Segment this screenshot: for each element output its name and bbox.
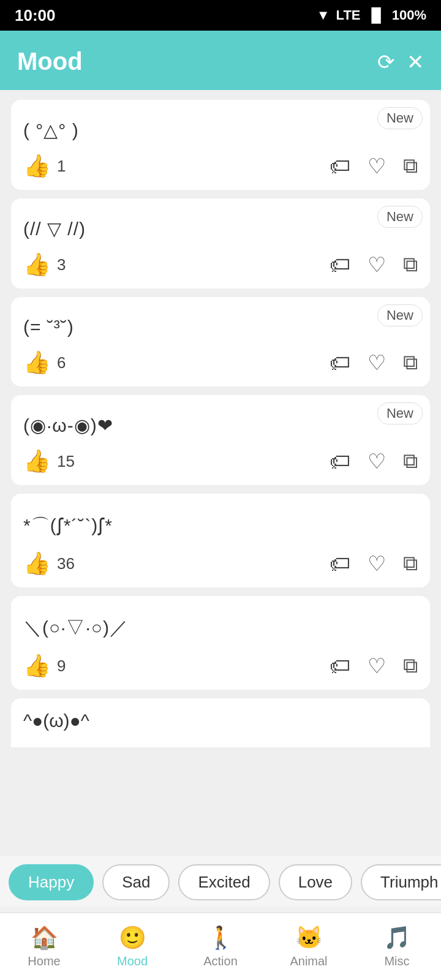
home-icon: 🏠 [31,925,58,951]
copy-icon-2[interactable]: ⧉ [403,252,418,277]
card-icon-group-6: 🏷 ♡ ⧉ [330,654,418,678]
like-count-4: 15 [57,452,75,471]
card-icon-group-3: 🏷 ♡ ⧉ [330,350,418,375]
history-button[interactable]: ⟳ [377,50,394,74]
like-count-1: 1 [57,157,66,176]
page-title: Mood [17,48,83,75]
card-3: New (= ˘³˘) 👍 6 🏷 ♡ ⧉ [11,297,430,386]
mood-icon: 🙂 [119,925,146,951]
tab-excited[interactable]: Excited [178,864,270,900]
copy-icon-3[interactable]: ⧉ [403,350,418,375]
tag-icon-5[interactable]: 🏷 [330,552,350,576]
action-icon: 🚶 [207,925,235,951]
copy-icon-1[interactable]: ⧉ [403,154,418,178]
copy-icon-5[interactable]: ⧉ [403,551,418,576]
tag-icon-6[interactable]: 🏷 [330,654,350,678]
card-text-3: (= ˘³˘) [11,297,430,346]
heart-icon-4[interactable]: ♡ [368,449,386,473]
copy-icon-4[interactable]: ⧉ [403,449,418,473]
card-text-1: ( °△° ) [11,100,430,149]
card-2: New (// ▽ //) 👍 3 🏷 ♡ ⧉ [11,198,430,288]
like-count-3: 6 [57,353,66,372]
misc-icon: 🎵 [383,925,411,951]
partial-card-text: ^●(ω)●^ [23,710,89,731]
card-5: *⌒(ʃ*´˘`)ʃ* 👍 36 🏷 ♡ ⧉ [11,494,430,587]
nav-label-home: Home [28,954,60,968]
nav-animal[interactable]: 🐱 Animal [265,925,353,968]
new-badge-4: New [377,402,423,424]
card-actions-2: 👍 3 🏷 ♡ ⧉ [11,248,430,288]
tab-triumph[interactable]: Triumph [361,864,441,900]
battery-icon: 100% [392,7,426,23]
card-icon-group-4: 🏷 ♡ ⧉ [330,449,418,473]
bottom-nav: 🏠 Home 🙂 Mood 🚶 Action 🐱 Animal 🎵 Misc [0,913,441,980]
tag-icon-2[interactable]: 🏷 [330,253,350,277]
nav-label-animal: Animal [290,954,327,968]
card-actions-4: 👍 15 🏷 ♡ ⧉ [11,445,430,485]
card-text-4: (◉·ω-◉)❤ [11,395,430,445]
thumb-icon-3: 👍 [23,350,51,375]
thumb-icon-4: 👍 [23,448,51,474]
heart-icon-5[interactable]: ♡ [368,551,386,576]
card-actions-1: 👍 1 🏷 ♡ ⧉ [11,149,430,190]
nav-home[interactable]: 🏠 Home [0,925,88,968]
tab-happy[interactable]: Happy [9,864,94,900]
card-6: ＼(○·▽·○)／ 👍 9 🏷 ♡ ⧉ [11,596,430,690]
card-text-5: *⌒(ʃ*´˘`)ʃ* [11,494,430,547]
like-button-1[interactable]: 👍 1 [23,153,66,179]
card-icon-group-2: 🏷 ♡ ⧉ [330,252,418,277]
like-button-5[interactable]: 👍 36 [23,551,75,576]
tab-love[interactable]: Love [279,864,352,900]
card-text-6: ＼(○·▽·○)／ [11,596,430,649]
nav-label-misc: Misc [384,954,409,968]
like-button-4[interactable]: 👍 15 [23,448,75,474]
new-badge-1: New [377,107,423,129]
content-area: New ( °△° ) 👍 1 🏷 ♡ ⧉ New (// ▽ //) 👍 3 … [0,90,441,856]
nav-mood[interactable]: 🙂 Mood [88,925,176,968]
heart-icon-3[interactable]: ♡ [368,350,386,375]
card-actions-3: 👍 6 🏷 ♡ ⧉ [11,346,430,386]
card-actions-6: 👍 9 🏷 ♡ ⧉ [11,649,430,690]
header: Mood ⟳ ✕ [0,31,441,90]
thumb-icon-1: 👍 [23,153,51,179]
new-badge-2: New [377,206,423,228]
nav-label-mood: Mood [117,954,148,968]
like-button-2[interactable]: 👍 3 [23,252,66,277]
like-button-3[interactable]: 👍 6 [23,350,66,375]
tag-icon-4[interactable]: 🏷 [330,450,350,473]
tag-icon-1[interactable]: 🏷 [330,154,350,178]
card-actions-5: 👍 36 🏷 ♡ ⧉ [11,547,430,587]
card-icon-group-5: 🏷 ♡ ⧉ [330,551,418,576]
card-4: New (◉·ω-◉)❤ 👍 15 🏷 ♡ ⧉ [11,395,430,485]
thumb-icon-5: 👍 [23,551,51,576]
thumb-icon-2: 👍 [23,252,51,277]
thumb-icon-6: 👍 [23,653,51,679]
wifi-icon: ▼ [317,7,330,23]
copy-icon-6[interactable]: ⧉ [403,654,418,678]
nav-action[interactable]: 🚶 Action [176,925,265,968]
lte-icon: LTE [336,7,361,23]
new-badge-3: New [377,304,423,326]
like-count-2: 3 [57,255,66,274]
like-button-6[interactable]: 👍 9 [23,653,66,679]
status-bar: 10:00 ▼ LTE ▐▌ 100% [0,0,441,31]
card-text-2: (// ▽ //) [11,198,430,248]
nav-label-action: Action [203,954,238,968]
heart-icon-2[interactable]: ♡ [368,252,386,277]
close-button[interactable]: ✕ [407,50,424,74]
partial-card: ^●(ω)●^ [11,698,430,747]
tag-icon-3[interactable]: 🏷 [330,351,350,375]
status-icons: ▼ LTE ▐▌ 100% [317,7,426,23]
heart-icon-6[interactable]: ♡ [368,654,386,678]
tab-sad[interactable]: Sad [102,864,170,900]
category-tabs: Happy Sad Excited Love Triumph Confuse [0,856,441,907]
status-time: 10:00 [15,6,56,25]
heart-icon-1[interactable]: ♡ [368,154,386,178]
card-icon-group-1: 🏷 ♡ ⧉ [330,154,418,178]
nav-misc[interactable]: 🎵 Misc [353,925,441,968]
signal-icon: ▐▌ [367,7,386,23]
like-count-6: 9 [57,657,66,676]
animal-icon: 🐱 [295,925,323,951]
card-1: New ( °△° ) 👍 1 🏷 ♡ ⧉ [11,100,430,190]
header-actions: ⟳ ✕ [377,50,424,74]
